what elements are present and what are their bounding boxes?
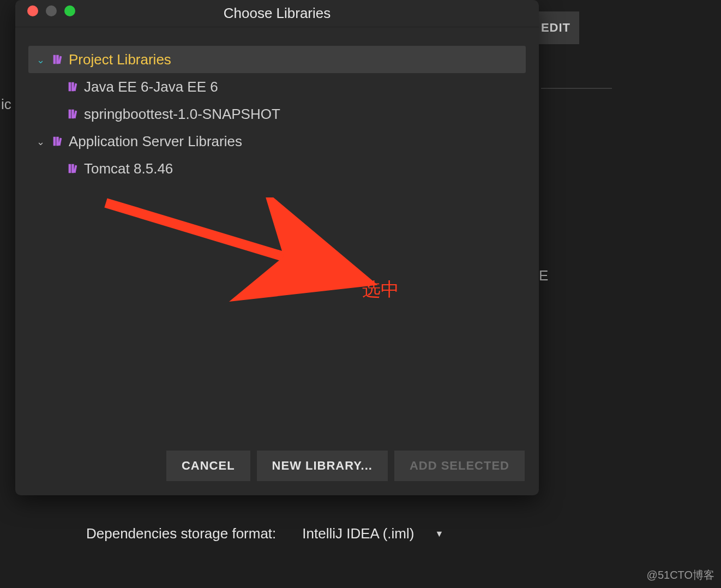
library-icon bbox=[67, 163, 79, 175]
library-icon bbox=[67, 81, 79, 93]
chevron-down-icon: ⌄ bbox=[35, 54, 46, 66]
cancel-button[interactable]: CANCEL bbox=[166, 451, 250, 481]
tree-group-label: Application Server Libraries bbox=[69, 133, 242, 150]
tree-item[interactable]: springboottest-1.0-SNAPSHOT bbox=[28, 100, 526, 128]
tree-group-app-server-libraries[interactable]: ⌄ Application Server Libraries bbox=[28, 128, 526, 155]
annotation-arrow bbox=[103, 197, 386, 307]
tree-item[interactable]: Tomcat 8.5.46 bbox=[28, 155, 526, 182]
chevron-down-icon: ⌄ bbox=[35, 136, 46, 148]
cancel-button-label: CANCEL bbox=[182, 459, 235, 473]
annotation-label: 选中 bbox=[362, 277, 399, 302]
library-icon bbox=[51, 53, 63, 65]
edit-button-label: EDIT bbox=[541, 21, 570, 35]
add-selected-button-label: ADD SELECTED bbox=[410, 459, 509, 473]
new-library-button-label: NEW LIBRARY... bbox=[272, 459, 372, 473]
svg-line-0 bbox=[106, 203, 359, 279]
bg-clipped-left: ic bbox=[1, 96, 11, 113]
deps-select-value: IntelliJ IDEA (.iml) bbox=[302, 525, 414, 542]
dialog-button-row: CANCEL NEW LIBRARY... ADD SELECTED bbox=[15, 440, 539, 495]
dialog-titlebar: Choose Libraries bbox=[15, 0, 539, 27]
deps-row: Dependencies storage format: IntelliJ ID… bbox=[86, 525, 557, 542]
tree-item-label: springboottest-1.0-SNAPSHOT bbox=[84, 106, 280, 123]
bg-divider bbox=[541, 88, 612, 89]
tree-item-label: Tomcat 8.5.46 bbox=[84, 160, 173, 177]
library-icon bbox=[51, 135, 63, 147]
watermark: @51CTO博客 bbox=[647, 568, 714, 583]
minimize-icon[interactable] bbox=[46, 5, 57, 16]
tree-group-label: Project Libraries bbox=[69, 51, 171, 68]
chevron-down-icon: ▼ bbox=[435, 529, 443, 539]
close-icon[interactable] bbox=[27, 5, 38, 16]
edit-button[interactable]: EDIT bbox=[532, 11, 579, 44]
deps-label: Dependencies storage format: bbox=[86, 525, 276, 542]
tree-item[interactable]: Java EE 6-Java EE 6 bbox=[28, 73, 526, 100]
deps-select[interactable]: IntelliJ IDEA (.iml) ▼ bbox=[302, 525, 443, 542]
maximize-icon[interactable] bbox=[64, 5, 75, 16]
library-tree: ⌄ Project Libraries Java EE 6-Java EE 6 … bbox=[15, 27, 539, 440]
bg-clipped-right: E bbox=[539, 267, 548, 284]
tree-group-project-libraries[interactable]: ⌄ Project Libraries bbox=[28, 46, 526, 73]
tree-item-label: Java EE 6-Java EE 6 bbox=[84, 79, 218, 95]
choose-libraries-dialog: Choose Libraries ⌄ Project Libraries Jav… bbox=[15, 0, 539, 495]
window-controls bbox=[27, 5, 75, 16]
add-selected-button: ADD SELECTED bbox=[394, 451, 525, 481]
dialog-title: Choose Libraries bbox=[224, 5, 331, 22]
library-icon bbox=[67, 108, 79, 120]
new-library-button[interactable]: NEW LIBRARY... bbox=[257, 451, 388, 481]
